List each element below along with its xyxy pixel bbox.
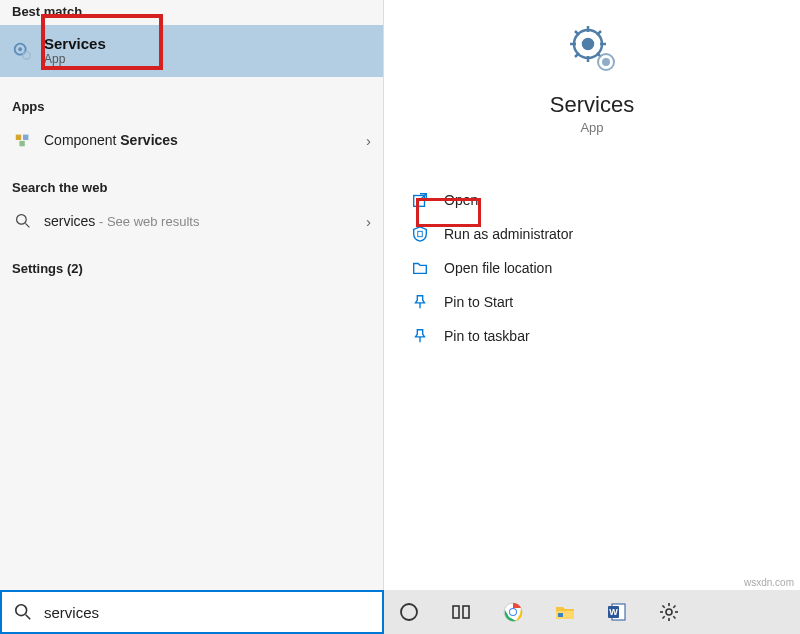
watermark: wsxdn.com (744, 577, 794, 588)
folder-location-icon (406, 259, 434, 277)
search-icon (12, 213, 34, 229)
search-icon (12, 603, 34, 621)
taskbar-search-box[interactable] (0, 590, 384, 634)
search-results-pane: Best match Services App Apps Component S… (0, 0, 384, 590)
preview-pane: Services App Open Run as administrator O… (384, 0, 800, 590)
web-result-services[interactable]: services - See web results › (0, 201, 383, 241)
svg-line-21 (419, 194, 426, 201)
svg-point-19 (603, 59, 609, 65)
svg-line-44 (673, 606, 675, 608)
svg-point-1 (18, 47, 22, 51)
search-web-heading: Search the web (0, 180, 383, 195)
taskbar-task-view-icon[interactable] (448, 599, 474, 625)
pin-taskbar-icon (406, 327, 434, 345)
taskbar-cortana-icon[interactable] (396, 599, 422, 625)
svg-point-2 (23, 52, 30, 59)
chevron-right-icon: › (366, 132, 371, 149)
svg-point-23 (16, 605, 27, 616)
component-services-icon (12, 131, 34, 149)
action-run-as-administrator[interactable]: Run as administrator (384, 217, 800, 251)
taskbar-file-explorer-icon[interactable] (552, 599, 578, 625)
preview-header: Services App (384, 0, 800, 135)
taskbar-settings-icon[interactable] (656, 599, 682, 625)
preview-title: Services (384, 92, 800, 118)
svg-rect-3 (16, 135, 21, 140)
admin-shield-icon (406, 225, 434, 243)
svg-point-9 (583, 39, 593, 49)
web-result-label: services - See web results (44, 213, 366, 229)
svg-line-43 (663, 616, 665, 618)
action-run-admin-label: Run as administrator (444, 226, 573, 242)
apps-result-label: Component Services (44, 132, 366, 148)
svg-line-7 (25, 223, 29, 227)
svg-line-24 (26, 615, 31, 620)
svg-rect-27 (463, 606, 469, 618)
search-input[interactable] (44, 604, 372, 621)
preview-subtitle: App (384, 120, 800, 135)
best-match-subtitle: App (44, 53, 106, 67)
preview-actions: Open Run as administrator Open file loca… (384, 183, 800, 353)
svg-line-16 (575, 53, 579, 57)
taskbar-chrome-icon[interactable] (500, 599, 526, 625)
svg-point-36 (666, 609, 672, 615)
chevron-right-icon: › (366, 213, 371, 230)
svg-rect-4 (23, 135, 28, 140)
taskbar-word-icon[interactable]: W (604, 599, 630, 625)
svg-rect-5 (19, 141, 24, 146)
svg-point-25 (401, 604, 417, 620)
action-open-location-label: Open file location (444, 260, 552, 276)
apps-heading: Apps (0, 99, 383, 114)
settings-heading: Settings (2) (0, 261, 383, 276)
svg-line-14 (575, 31, 579, 35)
action-pin-to-taskbar[interactable]: Pin to taskbar (384, 319, 800, 353)
best-match-heading: Best match (0, 4, 383, 19)
services-large-gear-icon (566, 22, 618, 74)
svg-rect-32 (558, 613, 563, 617)
svg-line-42 (673, 616, 675, 618)
action-open-label: Open (444, 192, 478, 208)
best-match-title: Services (44, 35, 106, 52)
best-match-result[interactable]: Services App (0, 25, 383, 77)
action-open[interactable]: Open (384, 183, 800, 217)
svg-line-41 (663, 606, 665, 608)
best-match-text: Services App (44, 35, 106, 66)
action-open-file-location[interactable]: Open file location (384, 251, 800, 285)
svg-rect-22 (418, 231, 423, 236)
taskbar: W (384, 590, 800, 634)
svg-rect-26 (453, 606, 459, 618)
svg-point-30 (510, 609, 516, 615)
action-pin-to-start[interactable]: Pin to Start (384, 285, 800, 319)
apps-result-component-services[interactable]: Component Services › (0, 120, 383, 160)
action-pin-start-label: Pin to Start (444, 294, 513, 310)
services-gear-icon (10, 39, 34, 63)
svg-line-17 (597, 31, 601, 35)
open-icon (406, 191, 434, 209)
pin-start-icon (406, 293, 434, 311)
action-pin-taskbar-label: Pin to taskbar (444, 328, 530, 344)
svg-text:W: W (609, 607, 618, 617)
svg-point-6 (17, 215, 27, 225)
